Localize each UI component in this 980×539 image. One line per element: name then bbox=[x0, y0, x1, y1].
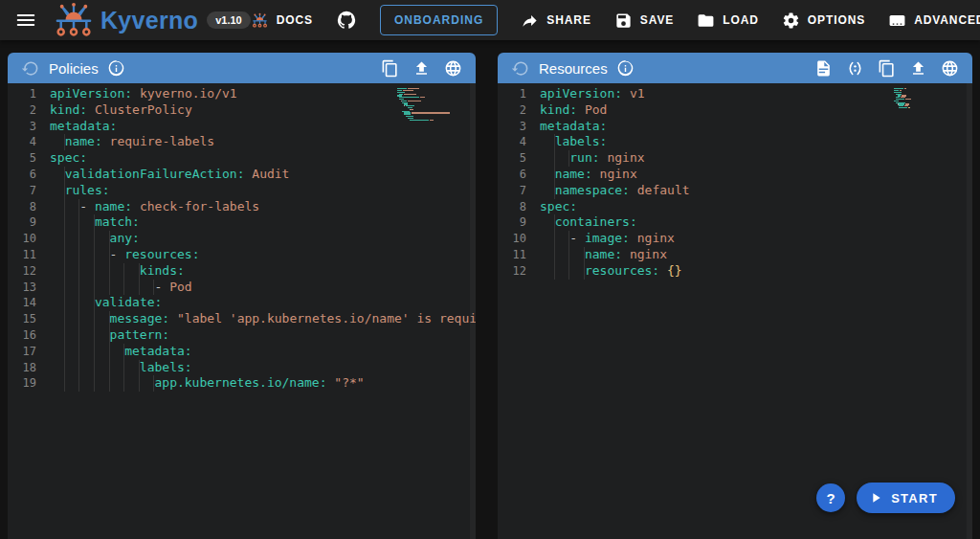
line-number: 5 bbox=[498, 150, 526, 167]
line-number: 12 bbox=[498, 263, 526, 280]
code-line[interactable]: 4name: require-labels bbox=[8, 134, 476, 150]
info-icon[interactable] bbox=[108, 60, 124, 77]
upload-icon[interactable] bbox=[909, 59, 927, 78]
document-icon[interactable] bbox=[814, 59, 833, 78]
line-number: 7 bbox=[8, 183, 36, 199]
version-badge: v1.10 bbox=[207, 11, 251, 29]
line-number: 16 bbox=[8, 327, 36, 344]
code-line[interactable]: 18labels: bbox=[8, 360, 476, 376]
code-line[interactable]: 6name: nginx bbox=[498, 167, 972, 183]
code-line[interactable]: 8spec: bbox=[498, 199, 972, 215]
code-line[interactable]: 9match: bbox=[8, 214, 476, 231]
kyverno-docs-icon bbox=[251, 11, 269, 30]
code-line[interactable]: 10any: bbox=[8, 231, 476, 247]
advanced-button[interactable]: ADVANCED bbox=[888, 11, 980, 30]
line-number: 10 bbox=[498, 231, 526, 247]
help-button[interactable]: ? bbox=[816, 483, 845, 512]
policies-header: Policies bbox=[8, 53, 476, 83]
resources-editor[interactable]: 1apiVersion: v12kind: Pod3metadata:4labe… bbox=[498, 83, 972, 539]
code-line[interactable]: 5run: nginx bbox=[498, 150, 972, 167]
topbar-nav: DOCS ONBOARDING SHARE SAVE LOAD OPTIONS … bbox=[251, 5, 980, 35]
options-label: OPTIONS bbox=[808, 13, 865, 27]
line-number: 1 bbox=[498, 86, 526, 102]
docs-button[interactable]: DOCS bbox=[251, 11, 313, 30]
policies-minimap[interactable] bbox=[397, 88, 466, 121]
docs-label: DOCS bbox=[277, 13, 313, 27]
options-button[interactable]: OPTIONS bbox=[782, 11, 865, 30]
line-number: 13 bbox=[8, 280, 36, 296]
share-label: SHARE bbox=[546, 13, 591, 27]
start-label: START bbox=[891, 491, 938, 505]
gear-icon bbox=[782, 11, 800, 30]
line-number: 8 bbox=[498, 199, 526, 215]
topbar: Kyverno v1.10 DOCS ONBOARDING SHARE bbox=[0, 0, 980, 40]
code-line[interactable]: 7rules: bbox=[8, 183, 476, 199]
resources-header: Resources bbox=[498, 53, 972, 83]
line-number: 1 bbox=[8, 86, 36, 102]
restore-icon[interactable] bbox=[511, 59, 529, 78]
keyboard-icon bbox=[888, 11, 906, 30]
code-line[interactable]: 5spec: bbox=[8, 150, 476, 167]
save-button[interactable]: SAVE bbox=[614, 11, 674, 30]
line-number: 4 bbox=[498, 134, 526, 150]
code-line[interactable]: 12kinds: bbox=[8, 263, 476, 280]
globe-icon[interactable] bbox=[444, 59, 462, 78]
code-line[interactable]: 8- name: check-for-labels bbox=[8, 199, 476, 215]
code-line[interactable]: 9containers: bbox=[498, 214, 972, 231]
line-number: 2 bbox=[498, 102, 526, 119]
line-number: 3 bbox=[498, 119, 526, 135]
line-number: 6 bbox=[8, 167, 36, 183]
play-icon bbox=[868, 490, 883, 505]
code-line[interactable]: 11name: nginx bbox=[498, 247, 972, 263]
line-number: 4 bbox=[8, 134, 36, 150]
line-number: 9 bbox=[8, 214, 36, 231]
load-label: LOAD bbox=[723, 13, 759, 27]
info-icon[interactable] bbox=[617, 60, 634, 77]
github-icon bbox=[336, 10, 357, 31]
policies-editor[interactable]: 1apiVersion: kyverno.io/v12kind: Cluster… bbox=[8, 83, 476, 539]
code-line[interactable]: 10- image: nginx bbox=[498, 231, 972, 247]
action-buttons: ? START bbox=[816, 483, 955, 513]
restore-icon[interactable] bbox=[21, 59, 39, 78]
line-number: 5 bbox=[8, 150, 36, 167]
line-number: 7 bbox=[498, 183, 526, 199]
onboarding-button[interactable]: ONBOARDING bbox=[380, 5, 498, 35]
line-number: 15 bbox=[8, 311, 36, 327]
code-line[interactable]: 12resources: {} bbox=[498, 263, 972, 280]
line-number: 10 bbox=[8, 231, 36, 247]
resources-scrollbar[interactable] bbox=[967, 83, 972, 539]
resources-minimap[interactable] bbox=[894, 88, 963, 109]
copy-icon[interactable] bbox=[381, 59, 399, 78]
start-button[interactable]: START bbox=[857, 483, 955, 513]
brackets-icon[interactable] bbox=[846, 59, 864, 78]
code-line[interactable]: 11- resources: bbox=[8, 247, 476, 263]
policies-scrollbar[interactable] bbox=[470, 83, 476, 539]
code-line[interactable]: 14validate: bbox=[8, 295, 476, 311]
code-line[interactable]: 19app.kubernetes.io/name: "?*" bbox=[8, 375, 476, 392]
brand-title: Kyverno bbox=[100, 7, 198, 34]
github-button[interactable] bbox=[336, 10, 357, 31]
resources-title: Resources bbox=[539, 60, 608, 77]
line-number: 18 bbox=[8, 360, 36, 376]
code-line[interactable]: 17metadata: bbox=[8, 344, 476, 360]
globe-icon[interactable] bbox=[941, 59, 959, 78]
policies-panel: Policies 1apiVersion: kyverno.io/v12kind… bbox=[8, 53, 476, 539]
save-label: SAVE bbox=[640, 13, 674, 27]
load-button[interactable]: LOAD bbox=[697, 11, 759, 30]
upload-icon[interactable] bbox=[412, 59, 431, 78]
resources-panel: Resources 1apiVersion: v12kind: Pod3meta… bbox=[498, 53, 972, 539]
share-button[interactable]: SHARE bbox=[521, 11, 591, 30]
share-icon bbox=[521, 11, 539, 30]
code-line[interactable]: 4labels: bbox=[498, 134, 972, 150]
code-line[interactable]: 15message: "label 'app.kubernetes.io/nam… bbox=[8, 311, 476, 327]
line-number: 3 bbox=[8, 119, 36, 135]
menu-icon[interactable] bbox=[13, 8, 38, 33]
code-line[interactable]: 3metadata: bbox=[498, 119, 972, 135]
code-line[interactable]: 6validationFailureAction: Audit bbox=[8, 167, 476, 183]
line-number: 2 bbox=[8, 102, 36, 119]
code-line[interactable]: 7namespace: default bbox=[498, 183, 972, 199]
copy-icon[interactable] bbox=[878, 59, 896, 78]
line-number: 17 bbox=[8, 344, 36, 360]
code-line[interactable]: 16pattern: bbox=[8, 327, 476, 344]
code-line[interactable]: 13- Pod bbox=[8, 280, 476, 296]
